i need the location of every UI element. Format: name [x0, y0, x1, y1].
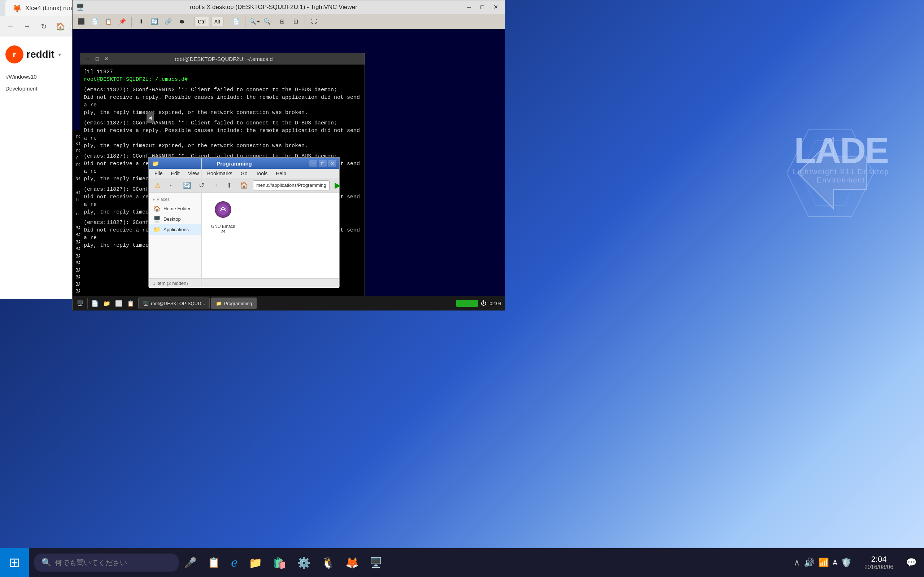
vnc-zoom-in-button[interactable]: 🔍+ [249, 16, 260, 27]
lxde-taskbar-icon1[interactable]: 📄 [89, 298, 100, 309]
terminal-close-button[interactable]: ✕ [102, 56, 110, 62]
filemanager-title: Programming [162, 161, 307, 167]
lxde-window-filemanager[interactable]: 📁 Programming [211, 298, 257, 309]
taskbar-store-button[interactable]: 🛍️ [267, 548, 292, 577]
vnc-pause-button[interactable]: ⏸ [135, 16, 147, 27]
filemanager-close-button[interactable]: ✕ [328, 160, 336, 167]
lxde-taskbar-icon2[interactable]: 📁 [102, 298, 112, 309]
vnc-zoom-fit-button[interactable]: ⊞ [276, 16, 288, 27]
vnc-tool-connect-icon[interactable]: ⬛ [76, 16, 87, 27]
reddit-dropdown-icon: ▾ [58, 51, 61, 58]
vnc-record-button[interactable]: ⏺ [176, 16, 188, 27]
lxde-window-filemanager-icon: 📁 [216, 301, 221, 306]
ubuntu-icon: 🐧 [321, 556, 334, 569]
vnc-maximize-button[interactable]: □ [477, 3, 488, 11]
vnc-tool-icon1[interactable]: 📄 [89, 16, 101, 27]
mic-icon: 🎤 [184, 557, 197, 569]
fm-go-button[interactable]: ▶ [332, 180, 344, 191]
tray-network-icon[interactable]: 📶 [818, 558, 829, 567]
tray-security-icon[interactable]: 🛡️ [841, 558, 852, 567]
fm-place-desktop[interactable]: 🖥️ Desktop [149, 214, 201, 224]
windows-start-button[interactable]: ⊞ [0, 548, 29, 577]
windows-system-tray: ∧ 🔊 📶 A 🛡️ 2:04 2016/08/06 💬 [794, 554, 924, 571]
fm-place-applications[interactable]: 📁 Applications [149, 224, 201, 235]
reddit-sidebar-development[interactable]: Development [0, 82, 72, 95]
vnc-desktop-area: root@DESKTOP-SQUDF Killing Xtightvnc roo… [73, 29, 505, 311]
filemanager-titlebar: 📁 Programming ─ □ ✕ [149, 158, 339, 169]
fm-home-button[interactable]: 🏠 [237, 180, 251, 191]
taskbar-firefox-button[interactable]: 🦊 [340, 548, 364, 577]
task-view-button[interactable]: 📋 [202, 548, 226, 577]
browser-home-button[interactable]: 🏠 [53, 19, 67, 33]
windows-taskbar: ⊞ 🔍 何でも聞いてください 🎤 📋 ℯ 📁 🛍️ ⚙️ 🐧 🦊 🖥️ ∧ 🔊 [0, 548, 924, 577]
tray-chevron-icon[interactable]: ∧ [794, 558, 800, 567]
fm-menu-help[interactable]: Help [272, 169, 290, 177]
fm-file-emacs[interactable]: GNU Emacs 24 [207, 198, 239, 237]
vnc-page-button[interactable]: 📄 [230, 16, 242, 27]
vnc-zoom-100-button[interactable]: ⊡ [290, 16, 301, 27]
terminal-prompt-line: root@DESKTOP-SQUDF2U:~/.emacs.d# [84, 76, 361, 83]
vnc-toolbar-sep1 [131, 16, 132, 27]
browser-back-button[interactable]: ← [3, 19, 17, 33]
lxde-window-terminal-icon: 🖥️ [143, 301, 149, 306]
vnc-alt-button[interactable]: Alt [211, 17, 223, 26]
filemanager-address-bar[interactable]: menu://applications/Programming [253, 180, 330, 190]
lxde-power-icon[interactable]: ⏻ [481, 300, 486, 306]
fm-desktop-icon: 🖥️ [153, 216, 161, 222]
lxde-volume-bar [456, 300, 478, 307]
fm-menu-go[interactable]: Go [237, 169, 251, 177]
vnc-tool-icon2[interactable]: 📋 [103, 16, 115, 27]
vnc-fullscreen-button[interactable]: ⛶ [308, 16, 320, 27]
lxde-clock-time: 02:04 [489, 301, 501, 306]
fm-menu-file[interactable]: File [151, 169, 166, 177]
windows-clock-date: 2016/08/06 [857, 564, 901, 571]
vnc-toolbar-sep2 [191, 16, 191, 27]
fm-menu-bookmarks[interactable]: Bookmarks [204, 169, 236, 177]
filemanager-maximize-button[interactable]: □ [319, 160, 327, 167]
tray-notification-icon[interactable]: 💬 [906, 558, 917, 567]
taskbar-explorer-button[interactable]: 📁 [243, 548, 267, 577]
fm-up-button[interactable]: ⬆ [224, 180, 235, 191]
vnc-tool-icon3[interactable]: 📌 [116, 16, 128, 27]
vnc-refresh-button[interactable]: 🔄 [149, 16, 160, 27]
taskbar-settings-button[interactable]: ⚙️ [292, 548, 316, 577]
terminal-minimize-button[interactable]: ─ [84, 56, 92, 62]
search-icon: 🔍 [42, 558, 51, 567]
reddit-sidebar-item[interactable]: r/Windows10 [0, 71, 72, 82]
fm-menu-edit[interactable]: Edit [168, 169, 183, 177]
vnc-viewer-window: 🖥️ root's X desktop (DESKTOP-SQUDF2U:1) … [72, 0, 505, 310]
fm-place-applications-label: Applications [163, 227, 189, 232]
taskbar-edge-button[interactable]: ℯ [226, 548, 243, 577]
browser-reload-button[interactable]: ↻ [37, 19, 50, 33]
vnc-zoom-out-button[interactable]: 🔍- [262, 16, 274, 27]
fm-forward-button[interactable]: → [209, 180, 221, 191]
lxde-logo-prefix: L [794, 130, 815, 171]
browser-forward-button[interactable]: → [20, 19, 34, 33]
windows-search-bar[interactable]: 🔍 何でも聞いてください [34, 554, 179, 572]
vnc-ctrl-button[interactable]: Ctrl [195, 17, 209, 26]
fm-back-button[interactable]: ← [166, 180, 178, 191]
lxde-start-button[interactable]: 🖥️ [73, 296, 87, 311]
reddit-circle-icon: r [5, 45, 23, 63]
fm-place-home[interactable]: 🏠 Home Folder [149, 203, 201, 214]
lxde-taskbar-icon3[interactable]: ⬜ [113, 298, 124, 309]
reddit-logo[interactable]: r reddit ▾ [0, 42, 72, 67]
cortana-mic-button[interactable]: 🎤 [179, 548, 202, 577]
windows-clock[interactable]: 2:04 2016/08/06 [857, 554, 901, 571]
fm-address-text: menu://applications/Programming [256, 182, 326, 188]
collapse-sidebar-button[interactable]: ◀ [147, 112, 154, 123]
lxde-taskbar-icon4[interactable]: 📋 [125, 298, 136, 309]
vnc-minimize-button[interactable]: ─ [463, 3, 475, 11]
fm-menu-view[interactable]: View [184, 169, 202, 177]
terminal-maximize-button[interactable]: □ [93, 56, 101, 62]
fm-refresh-button[interactable]: 🔄 [180, 180, 194, 191]
vnc-link-button[interactable]: 🔗 [162, 16, 174, 27]
taskbar-ubuntu-button[interactable]: 🐧 [316, 548, 340, 577]
vnc-close-button[interactable]: ✕ [490, 3, 501, 11]
tray-ime-icon[interactable]: A [833, 559, 837, 567]
filemanager-minimize-button[interactable]: ─ [309, 160, 317, 167]
tray-volume-icon[interactable]: 🔊 [804, 558, 815, 567]
taskbar-vnc-button[interactable]: 🖥️ [364, 548, 388, 577]
fm-menu-tools[interactable]: Tools [252, 169, 271, 177]
lxde-window-terminal[interactable]: 🖥️ root@DESKTOP-SQUD... [138, 298, 210, 309]
